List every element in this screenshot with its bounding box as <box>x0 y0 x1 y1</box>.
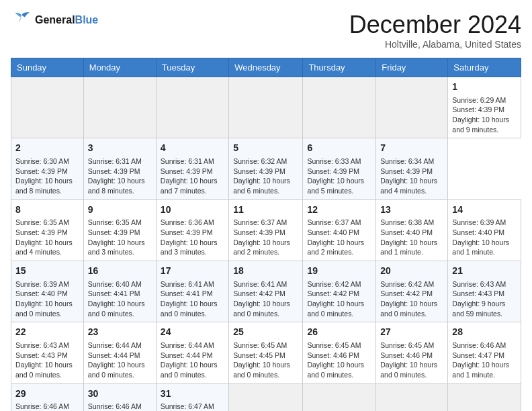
day-number: 2 <box>15 142 79 155</box>
cell-day-31: 31Sunrise: 6:47 AMSunset: 4:49 PMDayligh… <box>156 383 228 411</box>
calendar-week-6: 29Sunrise: 6:46 AMSunset: 4:48 PMDayligh… <box>11 383 521 411</box>
day-info: Sunrise: 6:41 AMSunset: 4:42 PMDaylight:… <box>233 279 298 319</box>
day-number: 17 <box>161 265 224 278</box>
day-number: 18 <box>233 265 298 278</box>
header-sunday: Sunday <box>11 58 84 77</box>
day-info: Sunrise: 6:46 AMSunset: 4:48 PMDaylight:… <box>15 402 79 411</box>
day-number: 30 <box>88 387 152 401</box>
calendar-week-3: 8Sunrise: 6:35 AMSunset: 4:39 PMDaylight… <box>11 199 521 261</box>
day-info: Sunrise: 6:35 AMSunset: 4:39 PMDaylight:… <box>15 218 79 257</box>
calendar-week-1: 1Sunrise: 6:29 AMSunset: 4:39 PMDaylight… <box>11 77 521 138</box>
page-header: GeneralBlue December 2024 Holtville, Ala… <box>11 11 521 50</box>
day-info: Sunrise: 6:45 AMSunset: 4:45 PMDaylight:… <box>233 340 298 380</box>
cell-day-30: 30Sunrise: 6:46 AMSunset: 4:48 PMDayligh… <box>83 383 156 411</box>
day-info: Sunrise: 6:41 AMSunset: 4:41 PMDaylight:… <box>161 279 224 319</box>
day-info: Sunrise: 6:37 AMSunset: 4:39 PMDaylight:… <box>233 218 298 257</box>
cell-day-18: 18Sunrise: 6:41 AMSunset: 4:42 PMDayligh… <box>229 261 303 322</box>
day-number: 3 <box>88 142 152 155</box>
day-info: Sunrise: 6:35 AMSunset: 4:39 PMDaylight:… <box>88 218 152 257</box>
logo-bird-icon <box>11 11 32 30</box>
cell-day-1: 1Sunrise: 6:29 AMSunset: 4:39 PMDaylight… <box>448 77 521 138</box>
header-saturday: Saturday <box>448 58 521 77</box>
day-number: 16 <box>88 265 152 278</box>
calendar-header-row: SundayMondayTuesdayWednesdayThursdayFrid… <box>11 58 521 77</box>
cell-empty <box>448 383 521 411</box>
cell-day-2: 2Sunrise: 6:30 AMSunset: 4:39 PMDaylight… <box>11 138 84 199</box>
cell-day-10: 10Sunrise: 6:36 AMSunset: 4:39 PMDayligh… <box>156 199 228 261</box>
cell-empty <box>229 77 303 138</box>
cell-day-29: 29Sunrise: 6:46 AMSunset: 4:48 PMDayligh… <box>11 383 84 411</box>
day-info: Sunrise: 6:34 AMSunset: 4:39 PMDaylight:… <box>380 156 443 196</box>
cell-day-5: 5Sunrise: 6:32 AMSunset: 4:39 PMDaylight… <box>229 138 303 199</box>
day-number: 4 <box>161 142 224 155</box>
cell-day-16: 16Sunrise: 6:40 AMSunset: 4:41 PMDayligh… <box>83 261 156 322</box>
cell-day-17: 17Sunrise: 6:41 AMSunset: 4:41 PMDayligh… <box>156 261 228 322</box>
cell-day-12: 12Sunrise: 6:37 AMSunset: 4:40 PMDayligh… <box>303 199 376 261</box>
day-number: 8 <box>15 203 79 217</box>
cell-day-27: 27Sunrise: 6:45 AMSunset: 4:46 PMDayligh… <box>376 322 448 383</box>
cell-day-20: 20Sunrise: 6:42 AMSunset: 4:42 PMDayligh… <box>376 261 448 322</box>
cell-day-22: 22Sunrise: 6:43 AMSunset: 4:43 PMDayligh… <box>11 322 84 383</box>
day-number: 24 <box>161 326 224 339</box>
day-number: 27 <box>380 326 443 339</box>
month-title: December 2024 <box>349 11 521 39</box>
day-info: Sunrise: 6:38 AMSunset: 4:40 PMDaylight:… <box>380 218 443 257</box>
cell-empty <box>303 383 376 411</box>
day-number: 13 <box>380 203 443 217</box>
day-number: 28 <box>452 326 517 339</box>
cell-day-4: 4Sunrise: 6:31 AMSunset: 4:39 PMDaylight… <box>156 138 228 199</box>
day-number: 20 <box>380 265 443 278</box>
day-info: Sunrise: 6:46 AMSunset: 4:48 PMDaylight:… <box>88 402 152 411</box>
cell-day-9: 9Sunrise: 6:35 AMSunset: 4:39 PMDaylight… <box>83 199 156 261</box>
day-info: Sunrise: 6:45 AMSunset: 4:46 PMDaylight:… <box>307 340 371 380</box>
day-info: Sunrise: 6:32 AMSunset: 4:39 PMDaylight:… <box>233 156 298 196</box>
day-info: Sunrise: 6:47 AMSunset: 4:49 PMDaylight:… <box>161 402 224 411</box>
cell-day-7: 7Sunrise: 6:34 AMSunset: 4:39 PMDaylight… <box>376 138 448 199</box>
location: Holtville, Alabama, United States <box>349 39 521 50</box>
day-info: Sunrise: 6:43 AMSunset: 4:43 PMDaylight:… <box>15 340 79 380</box>
day-number: 31 <box>161 387 224 401</box>
day-number: 23 <box>88 326 152 339</box>
calendar-week-4: 15Sunrise: 6:39 AMSunset: 4:40 PMDayligh… <box>11 261 521 322</box>
day-number: 1 <box>452 81 517 94</box>
day-info: Sunrise: 6:40 AMSunset: 4:41 PMDaylight:… <box>88 279 152 319</box>
header-monday: Monday <box>83 58 156 77</box>
cell-empty <box>376 383 448 411</box>
day-number: 26 <box>307 326 371 339</box>
day-info: Sunrise: 6:39 AMSunset: 4:40 PMDaylight:… <box>452 218 517 257</box>
cell-day-19: 19Sunrise: 6:42 AMSunset: 4:42 PMDayligh… <box>303 261 376 322</box>
day-info: Sunrise: 6:36 AMSunset: 4:39 PMDaylight:… <box>161 218 224 257</box>
day-number: 19 <box>307 265 371 278</box>
cell-day-23: 23Sunrise: 6:44 AMSunset: 4:44 PMDayligh… <box>83 322 156 383</box>
title-block: December 2024 Holtville, Alabama, United… <box>349 11 521 50</box>
day-number: 22 <box>15 326 79 339</box>
calendar-week-5: 22Sunrise: 6:43 AMSunset: 4:43 PMDayligh… <box>11 322 521 383</box>
day-number: 12 <box>307 203 371 217</box>
cell-day-24: 24Sunrise: 6:44 AMSunset: 4:44 PMDayligh… <box>156 322 228 383</box>
day-info: Sunrise: 6:33 AMSunset: 4:39 PMDaylight:… <box>307 156 371 196</box>
day-number: 14 <box>452 203 517 217</box>
logo-text: GeneralBlue <box>35 14 98 26</box>
day-info: Sunrise: 6:42 AMSunset: 4:42 PMDaylight:… <box>307 279 371 319</box>
day-info: Sunrise: 6:39 AMSunset: 4:40 PMDaylight:… <box>15 279 79 319</box>
day-info: Sunrise: 6:29 AMSunset: 4:39 PMDaylight:… <box>452 95 517 135</box>
day-info: Sunrise: 6:43 AMSunset: 4:43 PMDaylight:… <box>452 279 517 319</box>
day-info: Sunrise: 6:44 AMSunset: 4:44 PMDaylight:… <box>161 340 224 380</box>
cell-day-3: 3Sunrise: 6:31 AMSunset: 4:39 PMDaylight… <box>83 138 156 199</box>
cell-day-11: 11Sunrise: 6:37 AMSunset: 4:39 PMDayligh… <box>229 199 303 261</box>
day-number: 29 <box>15 387 79 401</box>
cell-empty <box>229 383 303 411</box>
header-thursday: Thursday <box>303 58 376 77</box>
day-info: Sunrise: 6:37 AMSunset: 4:40 PMDaylight:… <box>307 218 371 257</box>
cell-day-25: 25Sunrise: 6:45 AMSunset: 4:45 PMDayligh… <box>229 322 303 383</box>
cell-day-28: 28Sunrise: 6:46 AMSunset: 4:47 PMDayligh… <box>448 322 521 383</box>
day-number: 7 <box>380 142 443 155</box>
day-number: 21 <box>452 265 517 278</box>
day-info: Sunrise: 6:46 AMSunset: 4:47 PMDaylight:… <box>452 340 517 380</box>
cell-day-14: 14Sunrise: 6:39 AMSunset: 4:40 PMDayligh… <box>448 199 521 261</box>
cell-empty <box>83 77 156 138</box>
day-number: 10 <box>161 203 224 217</box>
cell-empty <box>11 77 84 138</box>
cell-day-8: 8Sunrise: 6:35 AMSunset: 4:39 PMDaylight… <box>11 199 84 261</box>
day-number: 9 <box>88 203 152 217</box>
